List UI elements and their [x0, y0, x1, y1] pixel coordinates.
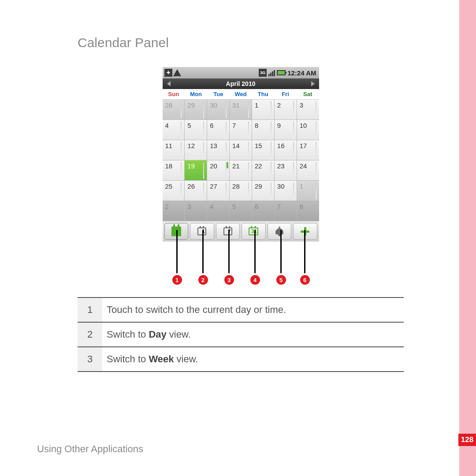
calendar-day[interactable]: 6 [207, 120, 230, 140]
page-title: Calendar Panel [78, 35, 404, 50]
calendar-day[interactable]: 22 [252, 160, 275, 181]
legend-text: Touch to switch to the current day or ti… [102, 298, 404, 322]
calendar-day[interactable]: 4 [207, 201, 230, 221]
calendar-day[interactable]: 1 [297, 181, 319, 201]
event-indicator [227, 162, 228, 168]
day-number: 13 [210, 142, 217, 149]
day-name: Thu [252, 89, 274, 99]
day-number: 6 [210, 122, 213, 129]
calendar-day[interactable]: 26 [185, 181, 207, 201]
prev-month-icon[interactable] [167, 81, 171, 86]
calendar-day[interactable]: 30 [207, 100, 230, 120]
calendar-day[interactable]: 2 [275, 100, 297, 120]
day-number: 26 [187, 182, 195, 190]
day-number: 3 [300, 101, 303, 109]
calendar-day[interactable]: 18 [163, 160, 185, 181]
calendar-day[interactable]: 8 [252, 120, 275, 140]
calendar-day[interactable]: 11 [163, 140, 185, 160]
calendar-day[interactable]: 7 [230, 120, 252, 140]
calendar-grid: 2829303112345678910111213141516171819202… [163, 100, 319, 221]
calendar-day[interactable]: 10 [297, 120, 319, 140]
calendar-day[interactable]: 29 [185, 100, 207, 120]
day-number: 14 [232, 142, 240, 149]
calendar-day[interactable]: 16 [275, 140, 297, 160]
calendar-day[interactable]: 24 [297, 160, 319, 181]
calendar-day[interactable]: 20 [207, 160, 230, 181]
day-number: 5 [232, 203, 236, 210]
calendar-day[interactable]: 30 [275, 181, 297, 201]
calendar-day[interactable]: 21 [230, 160, 252, 181]
day-number: 7 [232, 122, 236, 129]
calendar-day[interactable]: 1 [252, 100, 275, 120]
calendar-day[interactable]: 4 [163, 120, 185, 140]
day-number: 3 [187, 203, 191, 210]
next-month-icon[interactable] [311, 81, 315, 86]
callout-line [280, 230, 282, 273]
day-number: 21 [232, 162, 240, 170]
calendar-day[interactable]: 28 [230, 181, 252, 201]
day-number: 18 [165, 162, 173, 170]
day-number: 24 [300, 162, 307, 170]
day-number: 27 [210, 182, 217, 190]
day-number: 1 [300, 182, 303, 190]
calendar-day[interactable]: 8 [297, 201, 319, 221]
calendar-day[interactable]: 25 [163, 181, 185, 201]
day-number: 8 [300, 203, 303, 210]
phone-screenshot: ✦ 3G 12:24 AM April 2010 SunMonTueWedThu… [163, 67, 319, 242]
day-name: Sun [163, 89, 185, 99]
callout-line [254, 230, 256, 273]
calendar-day[interactable]: 28 [163, 100, 185, 120]
calendar-day[interactable]: 17 [297, 140, 319, 160]
calendar-day[interactable]: 27 [207, 181, 230, 201]
month-label: April 2010 [226, 80, 256, 87]
calendar-day[interactable]: 12 [185, 140, 207, 160]
calendar-day[interactable]: 15 [252, 140, 275, 160]
day-number: 28 [232, 182, 240, 190]
day-number: 30 [210, 101, 217, 109]
calendar-day[interactable]: 6 [252, 201, 275, 221]
day-number: 22 [255, 162, 262, 170]
legend-number: 1 [78, 298, 102, 322]
callout-line [304, 230, 305, 273]
usb-icon: ✦ [164, 69, 172, 77]
calendar-day[interactable]: 13 [207, 140, 230, 160]
day-number: 12 [187, 142, 195, 149]
day-number: 17 [300, 142, 307, 149]
calendar-day[interactable]: 5 [185, 120, 207, 140]
day-name: Mon [185, 89, 207, 99]
calendar-day[interactable]: 3 [185, 201, 207, 221]
calendar-day[interactable]: 5 [230, 201, 252, 221]
callout-badge: 1 [172, 275, 182, 285]
day-number: 1 [255, 101, 258, 109]
calendar-day[interactable]: 7 [275, 201, 297, 221]
day-number: 6 [255, 203, 258, 210]
page-content: Calendar Panel ✦ 3G 12:24 AM April 2010 … [78, 35, 404, 372]
calendar-day[interactable]: 9 [275, 120, 297, 140]
day-number: 31 [232, 101, 240, 109]
day-number: 25 [165, 182, 173, 190]
month-header: April 2010 [163, 78, 319, 89]
day-number: 19 [187, 162, 195, 170]
day-names-row: SunMonTueWedThuFriSat [163, 89, 319, 100]
day-name: Wed [230, 89, 252, 99]
callout-line [228, 230, 230, 273]
day-number: 29 [255, 182, 262, 190]
calendar-day[interactable]: 2 [163, 201, 185, 221]
side-tab-bar [459, 0, 476, 476]
day-number: 23 [277, 162, 285, 170]
calendar-day[interactable]: 19 [185, 160, 207, 181]
calendar-day[interactable]: 31 [230, 100, 252, 120]
day-number: 4 [165, 122, 169, 129]
callout-badge: 2 [198, 275, 208, 285]
calendar-day[interactable]: 3 [297, 100, 319, 120]
day-number: 30 [277, 182, 285, 190]
status-clock: 12:24 AM [287, 69, 316, 77]
calendar-toolbar: 1 7 31 [163, 221, 319, 242]
month-view-button[interactable]: 31 [242, 223, 266, 240]
day-number: 8 [255, 122, 258, 129]
calendar-day[interactable]: 14 [230, 140, 252, 160]
day-number: 7 [277, 203, 281, 210]
calendar-day[interactable]: 29 [252, 181, 275, 201]
reminders-button[interactable] [268, 223, 292, 240]
calendar-day[interactable]: 23 [275, 160, 297, 181]
